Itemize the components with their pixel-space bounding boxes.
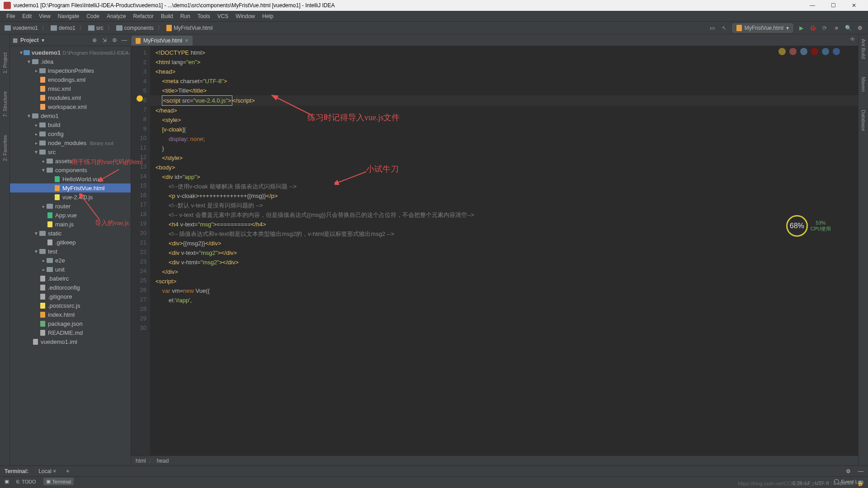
tree-file[interactable]: package.json [10, 319, 131, 328]
tree-file-myfristvue[interactable]: MyFristVue.html [10, 183, 131, 192]
tree-file[interactable]: .postcssrc.js [10, 301, 131, 310]
run-button[interactable]: ▶ [797, 24, 805, 32]
safari-icon[interactable] [800, 48, 807, 55]
tree-folder[interactable]: ▼src [10, 147, 131, 156]
menu-code[interactable]: Code [83, 12, 103, 21]
terminal-add-button[interactable]: + [63, 467, 72, 475]
breadcrumb[interactable]: src〉 [88, 24, 114, 32]
terminal-panel-header: Terminal: Local × + ⚙ — [0, 465, 868, 476]
tree-folder[interactable]: ▼.idea [10, 57, 131, 66]
menu-build[interactable]: Build [157, 12, 177, 21]
device-icon[interactable]: ▭ [709, 24, 716, 32]
tree-folder[interactable]: ▼test [10, 247, 131, 256]
tree-file[interactable]: App.vue [10, 211, 131, 220]
settings-icon[interactable]: ⚙ [856, 24, 863, 32]
breadcrumb[interactable]: demo1〉 [51, 24, 86, 32]
tree-file-vuejs[interactable]: vue-2.4.0.js [10, 192, 131, 202]
maximize-button[interactable]: ☐ [823, 0, 844, 11]
tree-file[interactable]: .gitkeep [10, 238, 131, 247]
breadcrumb[interactable]: vuedemo1〉 [5, 24, 49, 32]
menu-view[interactable]: View [35, 12, 54, 21]
menu-vcs[interactable]: VCS [214, 12, 232, 21]
run-config-label: MyFristVue.html [745, 25, 783, 31]
breadcrumb[interactable]: MyFristVue.html [166, 25, 212, 31]
chrome-icon[interactable] [778, 48, 786, 55]
tree-folder[interactable]: ▼demo1 [10, 111, 131, 120]
tab-database[interactable]: Database [861, 110, 866, 131]
menu-file[interactable]: File [3, 12, 19, 21]
editor-tab[interactable]: MyFristVue.html × [131, 36, 193, 46]
tab-todo[interactable]: 6: TODO [16, 479, 36, 484]
tree-file[interactable]: vuedemo1.iml [10, 337, 131, 346]
chevron-down-icon[interactable]: ▾ [42, 37, 44, 43]
tab-favorites[interactable]: 2: Favorites [2, 135, 8, 161]
menu-run[interactable]: Run [177, 12, 194, 21]
editor-area: MyFristVue.html × 1234567891011121314151… [131, 34, 858, 465]
tab-terminal[interactable]: ▣ Terminal [43, 478, 74, 485]
back-arrow-icon[interactable]: ↖ [721, 24, 728, 32]
ie-icon[interactable] [822, 48, 829, 55]
opera-icon[interactable] [811, 48, 818, 55]
tab-maven[interactable]: Maven [861, 77, 866, 92]
debug-button[interactable]: 🐞 [809, 24, 816, 32]
tree-file[interactable]: encodings.xml [10, 75, 131, 84]
tree-folder[interactable]: ▸config [10, 129, 131, 138]
open-in-browser-icons [778, 48, 840, 55]
right-tool-strip: Ant Build Maven Database [858, 34, 868, 465]
menu-refactor[interactable]: Refactor [130, 12, 157, 21]
crumb-html[interactable]: html [136, 458, 146, 464]
tree-file[interactable]: workspace.xml [10, 102, 131, 111]
menu-window[interactable]: Window [232, 12, 259, 21]
tree-root[interactable]: ▼vuedemo1D:\Program Files\IntelliJ-IDEA-… [10, 48, 131, 57]
project-tree[interactable]: ▼vuedemo1D:\Program Files\IntelliJ-IDEA-… [10, 46, 131, 465]
tree-folder[interactable]: ▸inspectionProfiles [10, 66, 131, 75]
tree-folder[interactable]: ▼static [10, 229, 131, 238]
close-button[interactable]: ✕ [844, 0, 864, 11]
menu-tools[interactable]: Tools [194, 12, 214, 21]
tree-folder[interactable]: ▸node_modules library root [10, 138, 131, 147]
hide-icon[interactable]: — [858, 468, 863, 474]
tab-project[interactable]: 1: Project [2, 52, 8, 73]
tree-folder[interactable]: ▸e2e [10, 256, 131, 265]
target-icon[interactable]: ⊕ [91, 37, 98, 44]
gear-icon[interactable]: ⚙ [111, 37, 118, 44]
tree-folder[interactable]: ▸router [10, 202, 131, 211]
firefox-icon[interactable] [789, 48, 797, 55]
editor-breadcrumb[interactable]: html 〉 head [131, 455, 858, 465]
collapse-icon[interactable]: ⇲ [101, 37, 108, 44]
run-config-selector[interactable]: MyFristVue.html ▾ [732, 23, 793, 33]
menu-edit[interactable]: Edit [19, 12, 35, 21]
line-number-gutter[interactable]: 1234567891011121314151617181920212223242… [131, 46, 150, 455]
toolwindows-button[interactable]: ▣ [5, 479, 9, 484]
tab-structure[interactable]: 7: Structure [2, 91, 8, 117]
tree-file[interactable]: main.js [10, 220, 131, 229]
tree-file[interactable]: index.html [10, 310, 131, 319]
code-editor[interactable]: <!DOCTYPE html><html lang="en"><head> <m… [150, 46, 858, 455]
hide-icon[interactable]: — [121, 37, 128, 44]
search-icon[interactable]: 🔍 [844, 24, 852, 32]
terminal-tab-local[interactable]: Local × [35, 467, 60, 475]
tree-file[interactable]: .editorconfig [10, 283, 131, 292]
tree-file[interactable]: README.md [10, 328, 131, 337]
close-icon[interactable]: × [53, 468, 56, 474]
crumb-head[interactable]: head [157, 458, 169, 464]
minimize-button[interactable]: — [802, 0, 823, 11]
menu-help[interactable]: Help [259, 12, 277, 21]
menu-navigate[interactable]: Navigate [54, 12, 83, 21]
menu-analyze[interactable]: Analyze [103, 12, 130, 21]
tree-folder[interactable]: ▸assets [10, 156, 131, 165]
tree-folder[interactable]: ▸build [10, 120, 131, 129]
coverage-button[interactable]: ⟳ [821, 24, 828, 32]
tree-file[interactable]: .babelrc [10, 274, 131, 283]
stop-button[interactable]: ■ [833, 24, 840, 32]
tree-folder[interactable]: ▸unit [10, 265, 131, 274]
edge-icon[interactable] [833, 48, 840, 55]
breadcrumb[interactable]: components〉 [116, 24, 165, 32]
gear-icon[interactable]: ⚙ [846, 468, 851, 474]
tree-file[interactable]: modules.xml [10, 93, 131, 102]
inspector-eye-icon[interactable]: 👁 [850, 36, 855, 42]
tree-file[interactable]: misc.xml [10, 84, 131, 93]
tree-file[interactable]: .gitignore [10, 292, 131, 301]
tab-ant[interactable]: Ant Build [861, 39, 866, 59]
close-tab-icon[interactable]: × [185, 38, 188, 44]
